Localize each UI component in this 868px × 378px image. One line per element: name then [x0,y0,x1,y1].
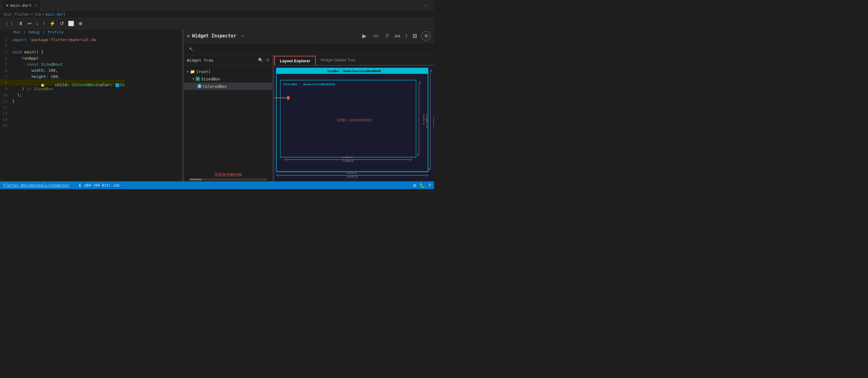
widget-tree-scrollbar[interactable] [184,178,273,181]
svg-rect-3 [280,80,416,157]
breadcrumb-part-0[interactable]: test_flutter [3,12,30,17]
inspector-body: Widget Tree 🔍 ↺ ▼ 📁 [root] ▼ + [184,55,434,181]
editor-toolbar: ⋮⋮ ⏸ ↩ ↓ ↑ ⚡ ↺ ⬜ ⊕ [0,18,434,29]
svg-rect-0 [276,68,428,172]
layout-area: Layout Explorer Widget Details Tree Size… [274,55,434,181]
code-line-8: 8 child: ColoredBox(color: Co [0,80,125,86]
scrollbar-track [189,179,267,180]
inspector-close-button[interactable]: × [241,33,244,38]
svg-text:(h=932.0): (h=932.0) [426,114,428,128]
run-link[interactable]: Run [13,30,20,34]
inspector-second-toolbar: ↖ [184,43,434,55]
hot-reload-btn[interactable]: ⚡ [48,20,57,27]
svg-text:h=932.0: h=932.0 [422,114,425,125]
search-btn[interactable]: ⊕ [77,20,84,27]
inspector-actions: ▶ ⊣⊢ ⏱ AA ⤴ 🖼 ⚙ [361,31,431,41]
scrollbar-thumb[interactable] [189,179,202,180]
dart-file-icon: ◆ [6,3,8,7]
svg-rect-1 [276,68,428,74]
layout-dimensions-svg: SizedBox - RenderConstrainedBox#8bb80 Co… [274,66,434,181]
tree-label-coloredbox: ColoredBox [203,84,227,89]
vertical-drag-handle[interactable] [182,29,184,181]
run-debug-profile-bar: Run | Debug | Profile [0,29,184,35]
inspector-topbar: ≡ Widget Inspector × ▶ ⊣⊢ ⏱ AA ⤴ 🖼 ⚙ [184,29,434,43]
svg-text:这里显示：选中组件的约束信息: 这里显示：选中组件的约束信息 [337,118,372,122]
breadcrumb: test_flutter > lib > main.dart [0,11,434,18]
step-into-btn[interactable]: ↓ [35,20,39,27]
grid-toolbar-btn[interactable]: ⋮⋮ [3,20,15,27]
widget-tree-panel: Widget Tree 🔍 ↺ ▼ 📁 [root] ▼ + [184,55,273,181]
step-out-btn[interactable]: ↑ [41,20,46,27]
aa-button[interactable]: AA [394,33,401,39]
code-area: 1 import 'package:flutter/material.da 2 … [0,35,184,181]
tree-item-coloredbox[interactable]: C ColoredBox [184,83,273,90]
code-line-2: 2 [0,42,125,49]
code-line-11: 11 } [0,98,125,104]
widget-tree-search-button[interactable]: 🔍 [258,58,263,63]
layout-visual: SizedBox - RenderConstrainedBox#8bb80 Co… [274,66,434,181]
inspector-pane: ≡ Widget Inspector × ▶ ⊣⊢ ⏱ AA ⤴ 🖼 ⚙ ↖ [184,29,434,181]
widget-inspector-icon: ≡ [187,33,189,38]
platform-info: x64 (64 bit) ios [84,183,120,187]
layout-toggle-button[interactable]: ⊣⊢ [371,32,381,40]
status-dot-1: · [73,183,75,187]
code-line-10: 10 ); [0,92,125,98]
run-sep-1: | [23,30,25,34]
tree-arrow-sizedbox: ▼ [192,77,194,81]
debug-link[interactable]: Debug [29,30,39,34]
status-dot-2: · [124,183,126,187]
inspector-title: Widget Inspector [192,33,236,39]
settings-gear-button[interactable]: ⚙ [421,31,431,41]
play-button[interactable]: ▶ [361,32,368,40]
code-line-5: 5 const SizedBox( [0,61,125,67]
widget-tree-content: ▼ 📁 [root] ▼ + SizedBox C ColoredBox [184,65,273,154]
svg-text:h=932.0: h=932.0 [432,116,434,128]
inspector-title-area: ≡ Widget Inspector × [187,33,361,39]
tree-note: 页面组件树结构 [184,172,273,178]
breadcrumb-part-1[interactable]: lib [34,12,41,17]
tab-widget-details-tree[interactable]: Widget Details Tree [316,55,360,66]
image-button[interactable]: 🖼 [412,32,418,39]
breadcrumb-sep-0: > [31,12,33,17]
tree-label-sizedbox: SizedBox [201,77,220,81]
code-line-15: 15 [0,122,125,128]
settings-icon[interactable]: ⚙ [413,183,415,188]
svg-text:w=430.0;: w=430.0; [347,172,358,175]
editor-tab-bar: ◆ main.dart × ··· [0,0,434,11]
status-bar-right: ⚙ 🐛 ? [413,183,431,188]
code-line-9: 9 ) // SizedBox [0,86,125,92]
timer-button[interactable]: ⏱ [384,32,391,39]
tree-item-sizedbox[interactable]: ▼ + SizedBox [184,75,273,83]
widget-tree-title: Widget Tree [187,58,256,63]
help-icon[interactable]: ? [429,183,431,188]
pause-btn[interactable]: ⏸ [17,20,25,27]
main-dart-tab[interactable]: ◆ main.dart × [2,0,41,11]
restart-btn[interactable]: ↺ [59,20,65,27]
run-sep-2: | [42,30,45,34]
svg-text:(w=430.0): (w=430.0) [342,160,354,163]
bug-icon[interactable]: 🐛 [420,183,425,188]
sizedbox-icon: + [195,77,200,81]
breadcrumb-sep-1: > [42,12,44,17]
more-tabs-button[interactable]: ··· [418,2,432,8]
code-line-3: 3 void main() { [0,49,125,55]
status-bar: flutter.dev/devtools/inspector · ℹ x64 (… [0,181,434,189]
tree-arrow-root: ▼ [187,70,189,73]
breadcrumb-part-2[interactable]: main.dart [46,12,66,17]
code-line-13: 13 [0,110,125,116]
code-line-12: 12 [0,104,125,110]
code-line-4: 4 runApp( [0,55,125,61]
tab-layout-explorer[interactable]: Layout Explorer [274,56,316,65]
share-button[interactable]: ⤴ [404,32,409,39]
info-icon[interactable]: ℹ [79,183,81,188]
step-over-btn[interactable]: ↩ [26,20,33,27]
tree-item-root[interactable]: ▼ 📁 [root] [184,68,273,75]
widget-tree-refresh-button[interactable]: ↺ [266,58,270,63]
svg-text:w=430.0;: w=430.0; [343,156,353,159]
close-tab-button[interactable]: × [35,3,37,7]
profile-link[interactable]: Profile [48,30,63,34]
devtools-link[interactable]: flutter.dev/devtools/inspector [3,183,69,187]
stop-btn[interactable]: ⬜ [67,20,75,27]
svg-text:(w=430.0): (w=430.0) [346,175,358,179]
select-widget-button[interactable]: ↖ [187,45,195,54]
